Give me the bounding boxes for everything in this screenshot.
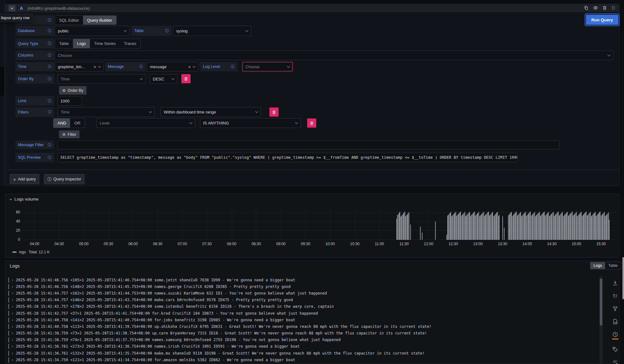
y-tick-label: 60: [9, 210, 20, 214]
filter-icon[interactable]: [612, 306, 618, 312]
filter-field-select[interactable]: Time: [58, 107, 155, 117]
x-tick-label: 15:00: [569, 242, 584, 246]
sql-editor-option[interactable]: SQL Editor: [55, 16, 83, 25]
collapse-query-row-button[interactable]: [8, 5, 15, 11]
order-by-direction-select[interactable]: DESC: [150, 74, 177, 84]
log-row[interactable]: ›2025-05-28 15:41:36.761 <132>2 2025-05-…: [8, 350, 594, 356]
clear-icon[interactable]: ×: [93, 64, 96, 69]
remove-filter-button[interactable]: [269, 108, 279, 117]
expand-log-icon[interactable]: ›: [11, 284, 14, 289]
info-icon[interactable]: ⓘ: [48, 109, 52, 115]
message-column-select[interactable]: message ×: [147, 62, 198, 71]
duplicate-query-icon[interactable]: [584, 5, 589, 10]
query-type-table[interactable]: Table: [55, 39, 73, 48]
query-type-time-series[interactable]: Time Series: [90, 39, 120, 48]
log-row[interactable]: ›2025-05-28 15:41:36.761 <173>2 2025-05-…: [8, 343, 594, 350]
log-row[interactable]: ›2025-05-28 15:41:42.757 <37>1 2025-05-2…: [8, 310, 594, 317]
log-row[interactable]: ›2025-05-28 15:41:44.757 <162>1 2025-05-…: [8, 290, 594, 296]
log-row[interactable]: ›2025-05-28 15:41:38.759 <74>1 2025-05-2…: [8, 337, 594, 343]
info-icon[interactable]: ⓘ: [48, 28, 52, 34]
columns-select[interactable]: Choose: [55, 51, 613, 60]
remove-level-filter-button[interactable]: [307, 119, 316, 128]
logs-volume-header[interactable]: Logs volume: [9, 197, 39, 201]
info-icon[interactable]: ⓘ: [48, 142, 52, 148]
info-icon[interactable]: ⓘ: [48, 98, 52, 104]
log-row[interactable]: ›2025-05-28 15:41:46.756 <148>2 2025-05-…: [8, 283, 594, 290]
info-icon[interactable]: ⓘ: [165, 28, 169, 34]
log-row[interactable]: ›2025-05-28 15:41:40.758 <141>2 2025-05-…: [8, 317, 594, 323]
time-column-select[interactable]: greptime_tim... ×: [55, 62, 104, 71]
info-icon[interactable]: ⓘ: [231, 64, 235, 69]
expand-log-icon[interactable]: ›: [11, 304, 14, 309]
download-icon[interactable]: [612, 280, 618, 286]
log-row[interactable]: ›2025-05-28 15:41:40.758 <113>1 2025-05-…: [8, 323, 594, 330]
log-level-select[interactable]: Choose: [242, 62, 293, 71]
expand-log-icon[interactable]: ›: [11, 324, 14, 329]
expand-log-icon[interactable]: ›: [11, 298, 14, 302]
log-line-text: 2025-05-28 15:41:36.761 <132>2 2025-05-2…: [16, 351, 424, 356]
clear-icon[interactable]: ×: [188, 64, 191, 69]
order-by-field-select[interactable]: Time: [58, 74, 146, 84]
chevron-down-icon: [246, 29, 249, 32]
expand-log-icon[interactable]: ›: [11, 278, 14, 282]
limit-input[interactable]: [58, 96, 82, 106]
expand-log-icon[interactable]: ›: [11, 311, 14, 316]
order-by-field-value: Time: [61, 77, 138, 81]
log-row[interactable]: ›2025-05-28 15:41:44.757 <146>2 2025-05-…: [8, 297, 594, 303]
expand-log-icon[interactable]: ›: [11, 318, 14, 322]
message-filter-input[interactable]: [58, 141, 559, 149]
sort-order-icon[interactable]: [612, 293, 618, 299]
hide-response-icon[interactable]: [593, 5, 598, 10]
info-icon[interactable]: ⓘ: [48, 41, 52, 46]
expand-log-icon[interactable]: ›: [11, 344, 14, 349]
filter-operator-value: IS ANYTHING: [203, 121, 293, 125]
filter-operator-select[interactable]: IS ANYTHING: [200, 118, 301, 128]
add-filter-button[interactable]: ⊕ Filter: [59, 130, 80, 138]
x-tick-label: 09:30: [298, 242, 313, 246]
expand-log-icon[interactable]: ›: [11, 358, 14, 362]
log-file-icon[interactable]: LOG: [612, 318, 618, 325]
expand-log-icon[interactable]: ›: [11, 338, 14, 342]
legend-series-label[interactable]: logs: [19, 250, 26, 254]
table-select[interactable]: syslog: [173, 26, 251, 36]
window-scrollbar-thumb[interactable]: [622, 257, 624, 299]
info-icon[interactable]: ⓘ: [48, 155, 52, 160]
add-query-button[interactable]: + Add query: [10, 174, 39, 184]
legend-series-swatch[interactable]: [12, 251, 17, 253]
logs-scrollbar[interactable]: [599, 276, 603, 364]
logs-scrollbar-thumb[interactable]: [600, 279, 602, 326]
filter-condition-select[interactable]: Within dashboard time range: [161, 107, 261, 117]
expand-log-icon[interactable]: ›: [11, 291, 14, 295]
logs-view-option[interactable]: Logs: [590, 262, 605, 269]
log-row[interactable]: ›2025-05-28 15:41:42.757 <178>2 2025-05-…: [8, 303, 594, 310]
filter-level-field-select[interactable]: Level: [97, 118, 195, 128]
query-row-header[interactable]: A (info8fcc-greptimedb-datasource): [5, 4, 619, 12]
log-row[interactable]: ›2025-05-28 15:41:38.759 <73>2 2025-05-2…: [8, 330, 594, 337]
x-gridline: [108, 208, 109, 240]
database-select[interactable]: public: [55, 26, 130, 36]
info-icon[interactable]: ⓘ: [48, 53, 52, 58]
volume-bar: [502, 216, 503, 240]
log-row[interactable]: ›2025-05-28 15:41:46.756 <105>1 2025-05-…: [8, 277, 594, 283]
query-builder-option[interactable]: Query Builder: [83, 16, 116, 25]
and-option[interactable]: AND: [53, 119, 70, 128]
remove-order-by-button[interactable]: [181, 74, 191, 83]
info-icon[interactable]: ⓘ: [48, 18, 52, 23]
tag-icon[interactable]: [612, 346, 618, 352]
time-icon[interactable]: [612, 331, 618, 339]
log-row[interactable]: ›2025-05-28 15:41:34.759 <121>1 2025-05-…: [8, 356, 594, 363]
drag-handle-icon[interactable]: [611, 5, 616, 10]
query-inspector-button[interactable]: ⓘ Query inspector: [44, 174, 85, 184]
or-option[interactable]: OR: [70, 119, 85, 128]
query-type-traces[interactable]: Traces: [120, 39, 140, 48]
info-icon[interactable]: ⓘ: [48, 64, 52, 69]
wrap-lines-icon[interactable]: [612, 359, 618, 364]
info-icon[interactable]: ⓘ: [48, 76, 52, 82]
remove-query-icon[interactable]: [602, 5, 607, 10]
query-type-logs[interactable]: Logs: [73, 39, 90, 48]
expand-log-icon[interactable]: ›: [11, 351, 14, 356]
table-view-option[interactable]: Table: [605, 262, 621, 269]
expand-log-icon[interactable]: ›: [11, 331, 14, 335]
info-icon[interactable]: ⓘ: [139, 64, 143, 69]
add-order-by-button[interactable]: ⊕ Order By: [59, 86, 86, 95]
